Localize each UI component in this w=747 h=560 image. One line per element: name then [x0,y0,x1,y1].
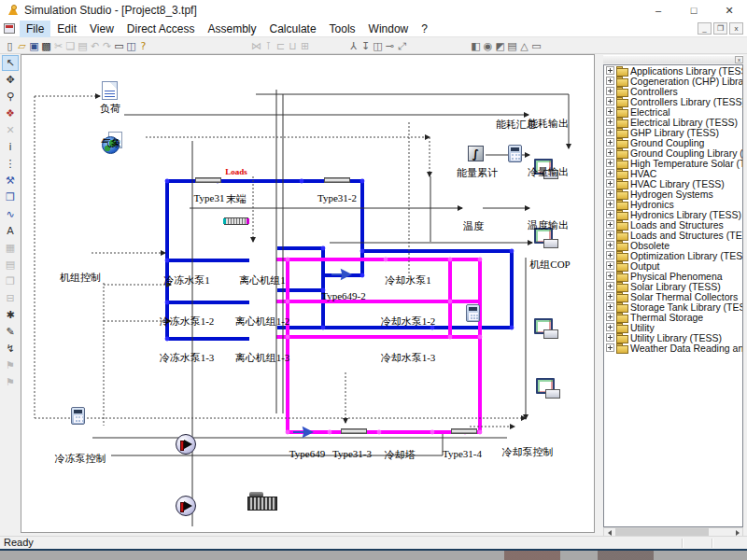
menu-window[interactable]: Window [362,21,416,37]
minimize-button[interactable]: – [641,0,676,21]
zoom-icon[interactable]: ⚲ [2,89,19,105]
expand-icon[interactable] [606,200,614,208]
flag-b-icon[interactable]: ⚑ [2,374,19,390]
print-preview-icon[interactable]: ◫ [125,39,137,53]
panel-close-icon[interactable]: x [735,56,743,63]
save-icon[interactable]: ▣ [28,39,40,53]
component-chw-pump-1[interactable] [176,434,196,455]
download-icon[interactable]: ↧ [359,39,372,53]
expand-icon[interactable] [606,87,614,95]
tree-item-physical-phenomena[interactable]: Physical Phenomena [606,271,742,281]
tree-item-obsolete[interactable]: Obsolete [606,240,742,250]
mdi-close-button[interactable]: x [729,22,743,35]
tree-item-storage-tank-library-tess[interactable]: Storage Tank Library (TESS) [606,301,742,312]
component-unit-control[interactable] [71,407,85,425]
menu-calculate[interactable]: Calculate [263,21,323,37]
same-width-icon[interactable]: ⊏ [275,39,287,53]
tree-item-thermal-storage[interactable]: Thermal Storage [606,312,742,322]
expand-icon[interactable] [606,272,614,280]
print-icon[interactable]: ▭ [113,39,125,53]
grid-b-icon[interactable]: ▤ [2,257,19,273]
expand-icon[interactable] [606,220,614,229]
probe-icon[interactable]: ⊸ [384,39,396,53]
expand-icon[interactable] [606,159,614,167]
cut-icon[interactable]: ✂ [52,39,64,53]
expand-icon[interactable] [606,302,614,311]
expand-icon[interactable] [606,333,614,342]
expand-icon[interactable] [606,179,614,188]
close-button[interactable]: ✕ [712,0,747,21]
wrench-icon[interactable]: ⚒ [2,173,19,189]
mdi-minimize-button[interactable]: _ [698,22,712,35]
maximize-button[interactable]: □ [676,0,712,21]
tree-item-weather-data-reading-and-process[interactable]: Weather Data Reading and Process [606,343,742,353]
expand-icon[interactable] [606,210,614,218]
pan-hand-icon[interactable]: ✥ [2,72,19,88]
component-load-file[interactable] [102,81,118,100]
expand-icon[interactable] [606,189,614,198]
expand-icon[interactable] [606,97,614,105]
run-icon[interactable]: ↯ [2,341,19,357]
tree-item-hydronics[interactable]: Hydronics [606,199,742,209]
same-height-icon[interactable]: ⊔ [287,39,299,53]
tree-item-utility-library-tess[interactable]: Utility Library (TESS) [606,332,742,343]
tree-item-solar-library-tess[interactable]: Solar Library (TESS) [606,281,742,291]
menu-item[interactable]: ? [415,21,434,37]
tree-item-hvac[interactable]: HVAC [606,168,742,178]
tree-item-applications-library-tess[interactable]: Applications Library (TESS) [606,65,742,76]
tree-item-ground-coupling[interactable]: Ground Coupling [606,137,742,147]
component-chiller-1[interactable] [247,492,275,511]
link-curve-icon[interactable]: ∿ [2,206,19,222]
tree-item-ground-coupling-library-tess[interactable]: Ground Coupling Library (TESS) [606,147,742,158]
component-terminal-unit[interactable] [224,217,248,225]
select-cursor-icon[interactable]: ↖ [2,55,19,71]
component-chw-pump-1-2[interactable] [176,496,196,516]
expand-icon[interactable] [606,343,614,352]
menu-view[interactable]: View [83,21,120,37]
help-icon[interactable]: ? [137,39,149,53]
tree-item-cogeneration-chp-library-tess[interactable]: Cogeneration (CHP) Library (TESS) [606,76,742,86]
align-horizontal-icon[interactable]: ⋈ [250,39,262,53]
expand-icon[interactable] [606,66,614,75]
grid-icon[interactable]: ⊞ [299,39,311,53]
expand-icon[interactable] [606,313,614,321]
paste-icon[interactable]: ▤ [77,39,89,53]
expand-icon[interactable] [606,282,614,290]
expand-icon[interactable] [606,169,614,177]
expand-icon[interactable] [606,148,614,157]
expand-icon[interactable] [606,292,614,301]
tree-item-solar-thermal-collectors[interactable]: Solar Thermal Collectors [606,291,742,301]
expand-icon[interactable] [606,128,614,136]
panel-icon[interactable]: ▭ [530,39,543,53]
expand-icon[interactable] [606,138,614,147]
tree-item-loads-and-structures[interactable]: Loads and Structures [606,219,742,230]
project-document-icon[interactable] [4,23,15,34]
redo-icon[interactable]: ↷ [101,39,113,53]
tree-item-hvac-library-tess[interactable]: HVAC Library (TESS) [606,178,742,189]
expand-icon[interactable] [606,77,614,85]
project-canvas[interactable]: 负荷气象Type31末端LoadsType31-2能耗汇总能耗输出能量累计冷量输… [21,54,595,533]
hierarchy-icon[interactable]: ⅄ [347,39,359,53]
direct-access-icon[interactable]: ❖ [2,105,19,121]
up-icon[interactable]: △ [518,39,530,53]
plug-icon[interactable]: ❒ [2,189,19,205]
component-pipe-type31-3[interactable] [341,428,367,434]
tree-item-ghp-library-tess[interactable]: GHP Library (TESS) [606,127,742,137]
expand-icon[interactable] [606,251,614,259]
mdi-restore-button[interactable]: ❐ [713,22,727,35]
new-file-icon[interactable]: ▯ [4,39,16,53]
align-vertical-icon[interactable]: ⊺ [262,39,275,53]
expand-icon[interactable] [606,241,614,249]
gear-icon[interactable]: ✱ [2,307,19,323]
list-icon[interactable]: ▤ [506,39,518,53]
copy-icon[interactable]: ❏ [64,39,77,53]
text-icon[interactable]: A [2,223,19,239]
tree-item-loads-and-structures-tess[interactable]: Loads and Structures (TESS) [606,230,742,240]
parameter-icon[interactable]: ⋮ [2,156,19,172]
component-temperature-output[interactable] [534,318,558,339]
tree-item-hydronics-library-tess[interactable]: Hydronics Library (TESS) [606,209,742,219]
expand-icon[interactable] [606,107,614,116]
tree-item-high-temperature-solar-tess[interactable]: High Temperature Solar (TESS) [606,158,742,168]
expand-icon[interactable] [606,323,614,331]
output-icon[interactable]: ⊟ [2,290,19,306]
